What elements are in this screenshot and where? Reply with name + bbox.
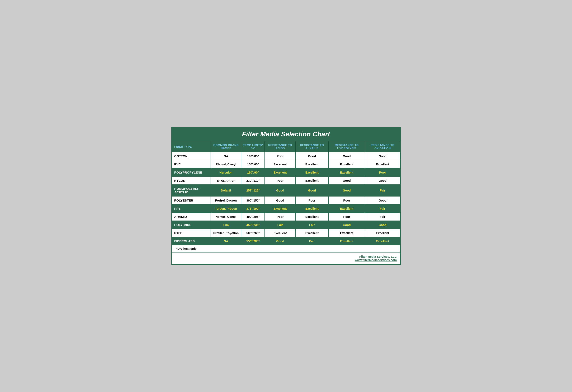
alkalis-cell: Excellent — [296, 204, 328, 213]
table-row: PVCRhovyl, Clevyl150°/65°ExcellentExcell… — [172, 160, 400, 168]
chart-title: Filter Media Selection Chart — [172, 127, 400, 141]
brand-cell: NA — [211, 152, 241, 160]
fiber-type-cell: PPS — [172, 204, 211, 213]
fiber-type-cell: NYLON — [172, 176, 211, 185]
brand-cell: Torcon, Procon — [211, 204, 241, 213]
note-row: *Dry heat only — [172, 245, 400, 252]
main-table: FIBER TYPE COMMON BRAND NAMES TEMP LIMIT… — [172, 141, 400, 265]
oxidation-cell: Poor — [365, 168, 400, 176]
table-row: PTFEProfilen, Toyoflon500°/260°Excellent… — [172, 229, 400, 237]
oxidation-cell: Excellent — [365, 237, 400, 245]
table-row: PPSTorcon, Procon375°/190°ExcellentExcel… — [172, 204, 400, 213]
hydrolysis-cell: Good — [328, 176, 365, 185]
alkalis-cell: Excellent — [296, 213, 328, 221]
temp-cell: 375°/190° — [241, 204, 265, 213]
fiber-type-cell: COTTON — [172, 152, 211, 160]
table-row: FIBERGLASSNA550°/285°GoodFairExcellentEx… — [172, 237, 400, 245]
footer-row: Filter Media Services, LLCwww.filtermedi… — [172, 252, 400, 264]
hydrolysis-cell: Excellent — [328, 229, 365, 237]
hydrolysis-cell: Good — [328, 185, 365, 196]
header-resistance-acids: RESISTANCE TO ACIDS — [265, 141, 295, 152]
fiber-type-cell: POLYESTER — [172, 196, 211, 204]
acids-cell: Good — [265, 237, 295, 245]
fiber-type-cell: HOMOPOLYMER ACRYLIC — [172, 185, 211, 196]
oxidation-cell: Good — [365, 196, 400, 204]
hydrolysis-cell: Good — [328, 152, 365, 160]
oxidation-cell: Good — [365, 152, 400, 160]
oxidation-cell: Fair — [365, 213, 400, 221]
header-resistance-alkalis: RESISTANCE TO ALKALIS — [296, 141, 328, 152]
chart-wrapper: Filter Media Selection Chart FIBER TYPE … — [171, 127, 401, 265]
temp-cell: 450°/235° — [241, 221, 265, 229]
alkalis-cell: Fair — [296, 221, 328, 229]
brand-cell: P84 — [211, 221, 241, 229]
alkalis-cell: Good — [296, 185, 328, 196]
table-row: HOMOPOLYMER ACRYLICDolanit257°/125°GoodG… — [172, 185, 400, 196]
oxidation-cell: Fair — [365, 185, 400, 196]
temp-cell: 550°/285° — [241, 237, 265, 245]
alkalis-cell: Fair — [296, 237, 328, 245]
temp-cell: 500°/260° — [241, 229, 265, 237]
hydrolysis-cell: Excellent — [328, 204, 365, 213]
table-row: ARAMIDNomex, Conex400°/205°PoorExcellent… — [172, 213, 400, 221]
acids-cell: Poor — [265, 152, 295, 160]
acids-cell: Poor — [265, 213, 295, 221]
header-brand-names: COMMON BRAND NAMES — [211, 141, 241, 152]
fiber-type-cell: POLYIMIDE — [172, 221, 211, 229]
header-resistance-hydrolysis: RESISTANCE TO HYDROLYSIS — [328, 141, 365, 152]
temp-cell: 180°/85° — [241, 152, 265, 160]
fiber-type-cell: POLYPROPYLENE — [172, 168, 211, 176]
brand-cell: Dolanit — [211, 185, 241, 196]
temp-cell: 230°/110° — [241, 176, 265, 185]
table-row: POLYESTERFortrel, Dacron300°/150°GoodPoo… — [172, 196, 400, 204]
oxidation-cell: Fair — [365, 204, 400, 213]
table-row: NYLONEnka, Antron230°/110°PoorExcellentG… — [172, 176, 400, 185]
acids-cell: Fair — [265, 221, 295, 229]
temp-cell: 150°/65° — [241, 160, 265, 168]
brand-cell: Profilen, Toyoflon — [211, 229, 241, 237]
alkalis-cell: Good — [296, 152, 328, 160]
oxidation-cell: Good — [365, 221, 400, 229]
company-name: Filter Media Services, LLC — [359, 255, 397, 258]
fiber-type-cell: PVC — [172, 160, 211, 168]
brand-cell: Rhovyl, Clevyl — [211, 160, 241, 168]
brand-cell: Enka, Antron — [211, 176, 241, 185]
fiber-type-cell: ARAMID — [172, 213, 211, 221]
header-fiber-type: FIBER TYPE — [172, 141, 211, 152]
acids-cell: Poor — [265, 176, 295, 185]
alkalis-cell: Excellent — [296, 229, 328, 237]
alkalis-cell: Excellent — [296, 168, 328, 176]
temp-cell: 190°/90° — [241, 168, 265, 176]
header-temp-limits: TEMP LIMITS* F/C — [241, 141, 265, 152]
alkalis-cell: Excellent — [296, 160, 328, 168]
hydrolysis-cell: Excellent — [328, 237, 365, 245]
temp-cell: 400°/205° — [241, 213, 265, 221]
hydrolysis-cell: Poor — [328, 213, 365, 221]
oxidation-cell: Good — [365, 176, 400, 185]
header-resistance-oxidation: RESISTANCE TO OXIDATION — [365, 141, 400, 152]
fiber-type-cell: FIBERGLASS — [172, 237, 211, 245]
alkalis-cell: Excellent — [296, 176, 328, 185]
acids-cell: Good — [265, 196, 295, 204]
oxidation-cell: Excellent — [365, 160, 400, 168]
table-row: POLYPROPYLENEHerculon190°/90°ExcellentEx… — [172, 168, 400, 176]
note-cell: *Dry heat only — [172, 245, 400, 252]
alkalis-cell: Poor — [296, 196, 328, 204]
website-link[interactable]: www.filtermediaservices.com — [355, 258, 397, 262]
hydrolysis-cell: Poor — [328, 196, 365, 204]
brand-cell: Fortrel, Dacron — [211, 196, 241, 204]
fiber-type-cell: PTFE — [172, 229, 211, 237]
acids-cell: Excellent — [265, 229, 295, 237]
header-row: FIBER TYPE COMMON BRAND NAMES TEMP LIMIT… — [172, 141, 400, 152]
acids-cell: Excellent — [265, 204, 295, 213]
brand-cell: Nomex, Conex — [211, 213, 241, 221]
brand-cell: NA — [211, 237, 241, 245]
temp-cell: 300°/150° — [241, 196, 265, 204]
hydrolysis-cell: Good — [328, 221, 365, 229]
hydrolysis-cell: Excellent — [328, 160, 365, 168]
acids-cell: Excellent — [265, 168, 295, 176]
acids-cell: Good — [265, 185, 295, 196]
table-row: POLYIMIDEP84450°/235°FairFairGoodGood — [172, 221, 400, 229]
brand-cell: Herculon — [211, 168, 241, 176]
hydrolysis-cell: Excellent — [328, 168, 365, 176]
